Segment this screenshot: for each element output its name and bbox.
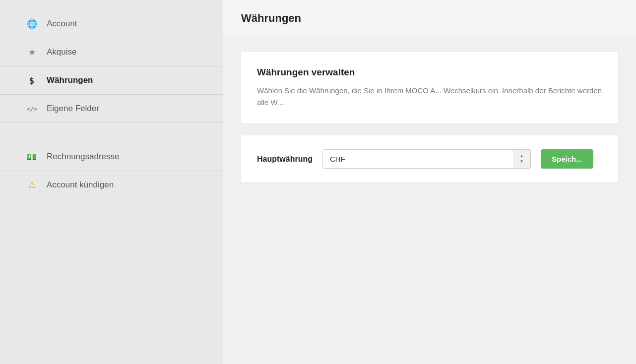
form-card: Hauptwährung CHF EUR USD GBP Speich... [241, 135, 618, 182]
warning-icon [26, 179, 38, 191]
save-button[interactable]: Speich... [541, 149, 593, 169]
sidebar-item-waehrungen-label: Währungen [47, 75, 93, 85]
sidebar-item-eigene-felder-label: Eigene Felder [47, 104, 99, 114]
page-title: Währungen [241, 12, 618, 25]
page-header: Währungen [223, 0, 636, 37]
sidebar-item-account-label: Account [47, 19, 77, 29]
info-card: Währungen verwalten Wählen Sie die Währu… [241, 52, 618, 123]
info-card-description: Wählen Sie die Währungen, die Sie in Ihr… [257, 85, 602, 109]
code-icon [26, 103, 38, 115]
sidebar-item-akquise[interactable]: Akquise [0, 38, 223, 66]
currency-select-wrapper: CHF EUR USD GBP [322, 149, 531, 169]
hauptwaehrung-label: Hauptwährung [257, 155, 313, 164]
sidebar-item-eigene-felder[interactable]: Eigene Felder [0, 95, 223, 123]
sidebar-item-rechnungsadresse-label: Rechnungsadresse [47, 152, 119, 162]
content-area: Währungen verwalten Wählen Sie die Währu… [223, 37, 636, 364]
info-card-heading: Währungen verwalten [257, 67, 602, 78]
currency-select[interactable]: CHF EUR USD GBP [322, 149, 531, 169]
dollar-icon [26, 74, 38, 86]
sidebar-item-akquise-label: Akquise [47, 47, 76, 57]
globe-icon [26, 18, 38, 30]
sidebar-item-account[interactable]: Account [0, 10, 223, 38]
star-icon [26, 46, 38, 58]
sidebar-item-rechnungsadresse[interactable]: Rechnungsadresse [0, 143, 223, 171]
sidebar-spacer [0, 123, 223, 143]
sidebar-item-account-kuendigen-label: Account kündigen [47, 180, 114, 190]
sidebar: Account Akquise Währungen Eigene Felder … [0, 0, 223, 364]
sidebar-item-account-kuendigen[interactable]: Account kündigen [0, 171, 223, 199]
main-content: Währungen Währungen verwalten Wählen Sie… [223, 0, 636, 364]
sidebar-item-waehrungen[interactable]: Währungen [0, 66, 223, 95]
invoice-icon [26, 151, 38, 163]
